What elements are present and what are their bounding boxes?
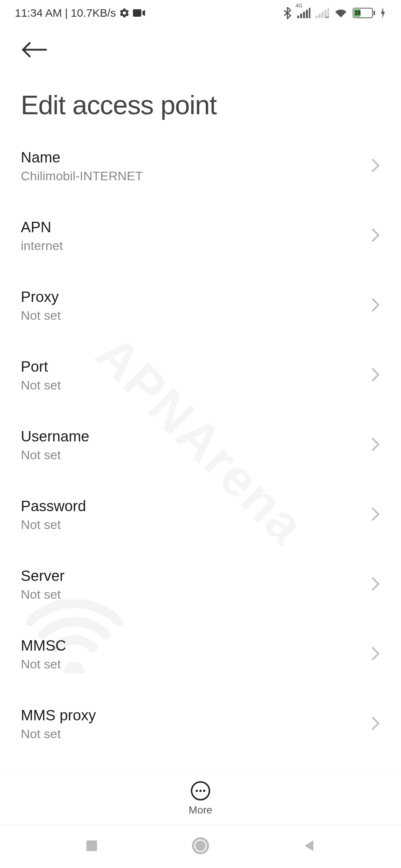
list-item-value: Chilimobil-INTERNET — [21, 169, 143, 183]
status-bar: 11:34 AM | 10.7KB/s 4G 38 — [0, 0, 401, 26]
list-item-mmsc[interactable]: MMSC Not set — [21, 619, 380, 689]
status-separator: | — [65, 7, 68, 19]
bluetooth-icon — [283, 7, 292, 19]
list-item-name[interactable]: Name Chilimobil-INTERNET — [21, 131, 380, 201]
charging-icon — [380, 7, 386, 19]
list-item-value: Not set — [21, 448, 89, 462]
svg-rect-1 — [297, 16, 299, 18]
camera-icon — [133, 9, 146, 17]
status-right: 4G 38 — [283, 7, 386, 19]
nav-back-button[interactable] — [299, 836, 320, 857]
list-item-mms-proxy[interactable]: MMS proxy Not set — [21, 689, 380, 759]
navigation-bar — [0, 824, 401, 868]
list-item-username[interactable]: Username Not set — [21, 410, 380, 480]
list-item-value: Not set — [21, 587, 65, 602]
status-speed: 10.7KB/s — [71, 7, 116, 19]
back-button[interactable] — [21, 37, 48, 71]
list-item-label: Name — [21, 149, 143, 166]
chevron-right-icon — [371, 506, 380, 523]
wifi-icon — [334, 8, 348, 18]
list-item-proxy[interactable]: Proxy Not set — [21, 271, 380, 341]
nav-home-button[interactable] — [190, 836, 211, 857]
list-item-label: Server — [21, 568, 65, 584]
list-item-value: Not set — [21, 308, 61, 323]
triangle-left-icon — [303, 839, 316, 854]
svg-rect-0 — [133, 9, 141, 17]
chevron-right-icon — [371, 716, 380, 733]
square-icon — [85, 839, 98, 854]
settings-list: Name Chilimobil-INTERNET APN internet Pr… — [0, 131, 401, 759]
bottom-action-bar: More — [0, 772, 401, 824]
svg-rect-11 — [86, 840, 97, 851]
svg-rect-5 — [309, 8, 310, 18]
signal-4g-icon: 4G — [297, 8, 310, 18]
list-item-server[interactable]: Server Not set — [21, 550, 380, 619]
chevron-right-icon — [371, 576, 380, 593]
svg-rect-7 — [319, 14, 320, 18]
chevron-right-icon — [371, 646, 380, 663]
more-button[interactable]: More — [189, 781, 212, 816]
chevron-right-icon — [371, 297, 380, 314]
list-item-value: internet — [21, 239, 63, 253]
list-item-label: MMS proxy — [21, 707, 96, 724]
status-time: 11:34 AM — [15, 7, 62, 19]
signal-no-sim-icon — [316, 8, 329, 18]
nav-recent-button[interactable] — [81, 836, 102, 857]
svg-rect-8 — [322, 12, 323, 19]
list-item-label: Proxy — [21, 289, 61, 305]
svg-rect-6 — [316, 16, 318, 18]
list-item-port[interactable]: Port Not set — [21, 341, 380, 410]
list-fade-overlay — [0, 757, 401, 772]
svg-rect-4 — [306, 10, 308, 18]
list-item-label: Password — [21, 498, 86, 514]
list-item-value: Not set — [21, 727, 96, 741]
svg-rect-2 — [300, 14, 302, 18]
list-item-value: Not set — [21, 378, 61, 392]
page-title: Edit access point — [21, 90, 380, 120]
battery-icon: 38 — [353, 8, 375, 18]
chevron-right-icon — [371, 437, 380, 454]
gear-icon — [119, 7, 130, 19]
more-icon — [191, 781, 210, 800]
chevron-right-icon — [371, 158, 380, 175]
list-item-label: Port — [21, 358, 61, 375]
header: Edit access point — [0, 26, 401, 120]
arrow-left-icon — [21, 41, 48, 60]
list-item-password[interactable]: Password Not set — [21, 480, 380, 550]
status-left: 11:34 AM | 10.7KB/s — [15, 7, 146, 19]
more-label: More — [189, 804, 212, 816]
chevron-right-icon — [371, 367, 380, 384]
svg-point-13 — [195, 841, 206, 851]
list-item-value: Not set — [21, 657, 66, 671]
chevron-right-icon — [371, 227, 380, 244]
list-item-label: APN — [21, 219, 63, 236]
list-item-label: MMSC — [21, 637, 66, 654]
list-item-label: Username — [21, 428, 89, 445]
list-item-value: Not set — [21, 517, 86, 532]
circle-icon — [192, 837, 209, 856]
list-item-apn[interactable]: APN internet — [21, 201, 380, 271]
svg-rect-3 — [303, 12, 305, 19]
